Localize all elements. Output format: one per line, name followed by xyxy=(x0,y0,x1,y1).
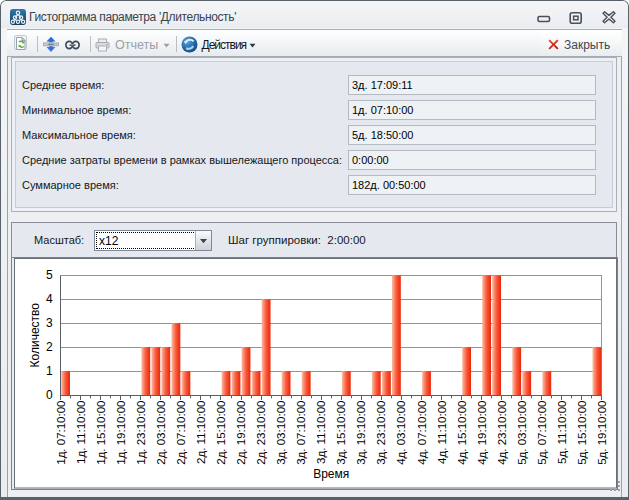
svg-text:3д. 07:10:00: 3д. 07:10:00 xyxy=(295,401,307,465)
svg-text:2: 2 xyxy=(46,340,53,354)
svg-text:Количество: Количество xyxy=(29,303,43,368)
svg-text:4д. 03:10:00: 4д. 03:10:00 xyxy=(395,401,407,465)
svg-text:0: 0 xyxy=(46,388,53,402)
svg-text:1д. 19:10:00: 1д. 19:10:00 xyxy=(115,401,127,465)
svg-text:5д. 19:10:00: 5д. 19:10:00 xyxy=(596,401,608,465)
svg-text:1д. 07:10:00: 1д. 07:10:00 xyxy=(55,401,67,465)
svg-text:2д. 15:10:00: 2д. 15:10:00 xyxy=(215,401,227,465)
svg-text:3д. 15:10:00: 3д. 15:10:00 xyxy=(335,401,347,465)
svg-text:4: 4 xyxy=(46,292,53,306)
svg-text:1д. 23:10:00: 1д. 23:10:00 xyxy=(135,401,147,465)
svg-text:3д. 19:10:00: 3д. 19:10:00 xyxy=(355,401,367,465)
svg-text:3д. 23:10:00: 3д. 23:10:00 xyxy=(375,401,387,465)
svg-text:3д. 11:10:00: 3д. 11:10:00 xyxy=(315,401,327,464)
svg-text:1д. 11:10:00: 1д. 11:10:00 xyxy=(75,401,87,464)
svg-text:2д. 03:10:00: 2д. 03:10:00 xyxy=(155,401,167,465)
svg-text:4д. 07:10:00: 4д. 07:10:00 xyxy=(416,401,428,465)
svg-text:4д. 15:10:00: 4д. 15:10:00 xyxy=(456,400,468,464)
svg-text:2д. 23:10:00: 2д. 23:10:00 xyxy=(255,401,267,465)
svg-text:5д. 15:10:00: 5д. 15:10:00 xyxy=(576,401,588,465)
svg-text:Время: Время xyxy=(313,467,349,481)
svg-text:4д. 19:10:00: 4д. 19:10:00 xyxy=(476,400,488,464)
svg-text:3: 3 xyxy=(46,316,53,330)
svg-text:5д. 03:10:00: 5д. 03:10:00 xyxy=(516,401,528,465)
svg-text:2д. 19:10:00: 2д. 19:10:00 xyxy=(235,401,247,465)
svg-text:4д. 23:10:00: 4д. 23:10:00 xyxy=(496,401,508,465)
svg-text:3д. 03:10:00: 3д. 03:10:00 xyxy=(275,401,287,465)
svg-text:2д. 07:10:00: 2д. 07:10:00 xyxy=(175,401,187,465)
svg-text:4д. 11:10:00: 4д. 11:10:00 xyxy=(436,401,448,464)
svg-text:5д. 11:10:00: 5д. 11:10:00 xyxy=(556,401,568,464)
svg-text:5д. 07:10:00: 5д. 07:10:00 xyxy=(536,401,548,465)
svg-text:1д. 15:10:00: 1д. 15:10:00 xyxy=(95,401,107,465)
svg-text:5: 5 xyxy=(46,268,53,282)
svg-text:1: 1 xyxy=(46,364,53,378)
svg-text:2д. 11:10:00: 2д. 11:10:00 xyxy=(195,401,207,464)
